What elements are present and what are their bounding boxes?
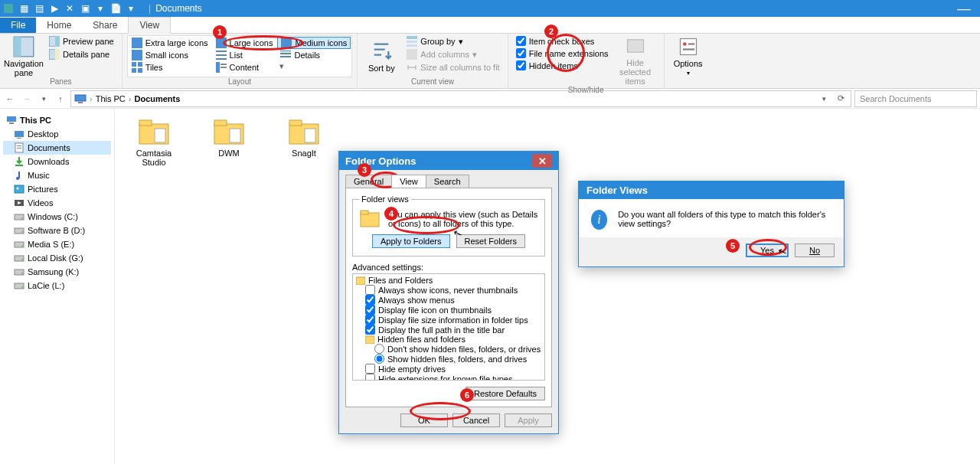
tab-file[interactable]: File <box>0 18 36 33</box>
pc-icon <box>74 93 87 105</box>
search-box[interactable]: Search Documents <box>854 90 977 107</box>
restore-defaults-button[interactable]: Restore Defaults <box>466 387 545 400</box>
adv-hidden-files-and-folders[interactable]: Hidden files and folders <box>356 335 541 344</box>
nav-back-button[interactable]: ← <box>3 92 17 106</box>
layout-large-icons[interactable]: Large icons <box>213 37 276 49</box>
folder-camtasia-studio[interactable]: Camtasia Studio <box>127 118 181 167</box>
tree-item-videos[interactable]: Videos <box>3 196 111 210</box>
path-dd[interactable]: ▾ <box>817 92 831 106</box>
tree-item-pictures[interactable]: Pictures <box>3 182 111 196</box>
refresh-button[interactable]: ⟳ <box>834 92 848 106</box>
qat-play-icon[interactable]: ▶ <box>49 3 60 14</box>
folder-options-tab-view[interactable]: View <box>391 175 426 188</box>
details-pane-button[interactable]: Details pane <box>46 48 117 60</box>
options-button[interactable]: Options ▾ <box>669 35 707 77</box>
svg-rect-41 <box>17 148 21 149</box>
layout-small-icons[interactable]: Small icons <box>129 49 211 61</box>
hidden-items-toggle[interactable]: Hidden items <box>513 60 612 71</box>
layout-extra-large-icons[interactable]: Extra large icons <box>129 37 211 49</box>
layout-gallery[interactable]: Extra large icons Large icons Medium ico… <box>127 35 353 77</box>
layout-medium-icons[interactable]: Medium icons <box>277 37 351 49</box>
item-check-boxes-toggle[interactable]: Item check boxes <box>513 35 612 47</box>
svg-point-51 <box>21 231 23 233</box>
tree-item-media-s-e-[interactable]: Media S (E:) <box>3 237 111 251</box>
sort-by-button[interactable]: Sort by <box>362 35 400 77</box>
svg-rect-8 <box>216 38 227 48</box>
layout-tiles[interactable]: Tiles <box>129 61 211 74</box>
tab-share[interactable]: Share <box>82 18 128 33</box>
layout-content[interactable]: Content <box>213 61 276 74</box>
qat-dd-icon[interactable]: ▾ <box>126 3 136 14</box>
folder-dwm[interactable]: DWM <box>202 118 256 167</box>
svg-rect-26 <box>407 44 417 47</box>
layout-gallery-more[interactable]: ▾ <box>277 61 286 74</box>
tree-item-downloads[interactable]: Downloads <box>3 155 111 168</box>
svg-rect-38 <box>17 138 21 139</box>
tree-item-music[interactable]: Music <box>3 168 111 182</box>
adv-always-show-menus[interactable]: Always show menus <box>356 295 541 305</box>
crumb-documents[interactable]: Documents <box>134 94 180 103</box>
adv-hide-empty-drives[interactable]: Hide empty drives <box>356 364 541 374</box>
folder-options-dialog: Folder Options ✕ General View Search Fol… <box>338 151 559 434</box>
adv-show-hidden-files-folders-and-[interactable]: Show hidden files, folders, and drives <box>356 354 541 364</box>
qat-folder-icon[interactable]: ▣ <box>80 3 90 14</box>
svg-rect-18 <box>138 62 142 67</box>
qat-close-icon[interactable]: ✕ <box>64 3 75 14</box>
cancel-button[interactable]: Cancel <box>452 413 500 427</box>
navigation-pane-button[interactable]: Navigation pane <box>5 35 43 77</box>
adv-display-the-full-path-in-the-t[interactable]: Display the full path in the title bar <box>356 325 541 335</box>
breadcrumb[interactable]: › This PC › Documents ▾ ⟳ <box>70 90 851 107</box>
confirm-yes-button[interactable]: Yes <box>746 243 789 257</box>
folder-snagit[interactable]: SnagIt <box>277 118 331 167</box>
adv-don-t-show-hidden-files-folder[interactable]: Don't show hidden files, folders, or dri… <box>356 344 541 354</box>
qat-apps-icon[interactable]: ▦ <box>18 3 29 14</box>
tree-item-lacie-l-[interactable]: LaCie (L:) <box>3 279 111 292</box>
svg-rect-62 <box>155 129 165 142</box>
tab-view[interactable]: View <box>128 17 171 34</box>
folder-options-close[interactable]: ✕ <box>532 154 552 168</box>
nav-up-button[interactable]: ↑ <box>54 92 67 106</box>
folder-views-text: You can apply this view (such as Details… <box>388 210 538 228</box>
window-minimize[interactable]: — <box>957 1 977 17</box>
group-currentview-label: Current view <box>362 77 502 87</box>
adv-display-file-size-information-[interactable]: Display file size information in folder … <box>356 315 541 325</box>
folder-options-tab-search[interactable]: Search <box>426 175 469 188</box>
qat-more-icon[interactable]: ▾ <box>95 3 106 14</box>
tree-item-desktop[interactable]: Desktop <box>3 127 111 141</box>
qat-props-icon[interactable]: ▤ <box>34 3 44 14</box>
nav-tree[interactable]: This PC DesktopDocumentsDownloadsMusicPi… <box>0 109 115 464</box>
crumb-this-pc[interactable]: This PC <box>96 94 126 103</box>
adv-hide-extensions-for-known-file[interactable]: Hide extensions for known file types <box>356 374 541 381</box>
reset-folders-button[interactable]: Reset Folders <box>456 234 525 248</box>
win-menu-icon[interactable] <box>3 3 14 14</box>
group-panes-label: Panes <box>5 77 117 87</box>
adv-display-file-icon-on-thumbnail[interactable]: Display file icon on thumbnails <box>356 305 541 315</box>
ok-button[interactable]: OK <box>400 413 448 427</box>
advanced-settings-list[interactable]: Files and Folders Always show icons, nev… <box>352 273 545 381</box>
nav-recent-dd[interactable]: ▾ <box>37 92 51 106</box>
tree-item-windows-c-[interactable]: Windows (C:) <box>3 210 111 224</box>
group-by-button[interactable]: Group by ▾ <box>403 35 502 47</box>
confirm-no-button[interactable]: No <box>795 243 835 257</box>
qat-new-icon[interactable]: 📄 <box>110 3 121 14</box>
info-icon: i <box>591 210 607 230</box>
tree-item-local-disk-g-[interactable]: Local Disk (G:) <box>3 251 111 265</box>
layout-lg-label: Large icons <box>230 38 273 47</box>
layout-details[interactable]: Details <box>277 49 351 61</box>
tree-this-pc[interactable]: This PC <box>3 113 111 127</box>
file-extensions-toggle[interactable]: File name extensions <box>513 47 612 59</box>
svg-point-57 <box>21 273 23 274</box>
svg-rect-32 <box>683 48 694 50</box>
tab-home[interactable]: Home <box>36 18 82 33</box>
layout-list[interactable]: List <box>213 49 276 61</box>
nav-forward-button[interactable]: → <box>20 92 34 106</box>
adv-always-show-icons-never-thumbn[interactable]: Always show icons, never thumbnails <box>356 285 541 295</box>
preview-pane-button[interactable]: Preview pane <box>46 35 117 47</box>
add-columns-button: Add columns ▾ <box>403 48 502 60</box>
svg-point-30 <box>683 42 687 46</box>
tree-item-documents[interactable]: Documents <box>3 141 111 155</box>
folder-options-tab-general[interactable]: General <box>345 175 392 188</box>
apply-to-folders-button[interactable]: Apply to Folders <box>372 234 449 248</box>
tree-item-samsung-k-[interactable]: Samsung (K:) <box>3 265 111 279</box>
tree-item-software-b-d-[interactable]: Software B (D:) <box>3 224 111 237</box>
